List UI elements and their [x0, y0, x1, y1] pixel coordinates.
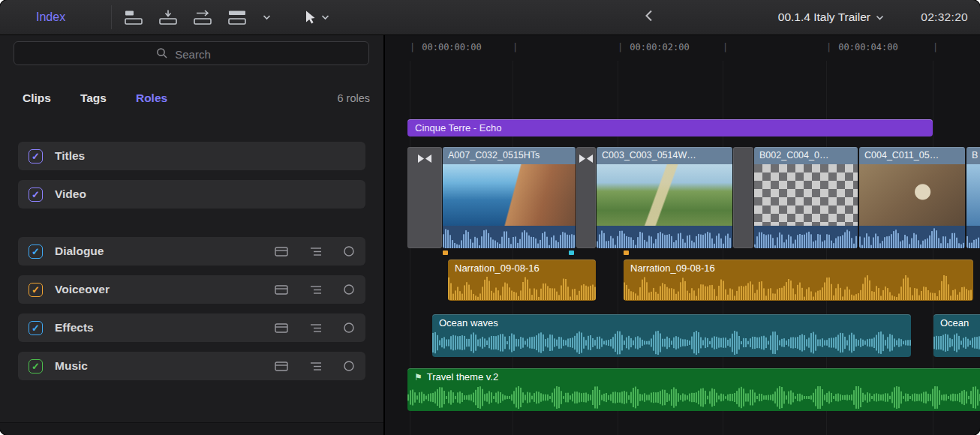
video-clip[interactable]: B	[966, 147, 980, 248]
audio-clip-narration[interactable]: Narration_09-08-16	[448, 260, 596, 301]
timecode-display: 02:32:20	[921, 10, 968, 24]
checkmark-icon: ✓	[32, 189, 40, 199]
role-row-dialogue[interactable]: ✓ Dialogue	[18, 237, 365, 266]
audio-clip-name: Ocean waves	[432, 314, 911, 328]
tab-clips[interactable]: Clips	[23, 92, 51, 105]
minimize-lane-icon[interactable]	[275, 284, 289, 296]
minimize-lane-icon[interactable]	[275, 246, 289, 257]
role-label: Video	[55, 188, 86, 201]
roles-group-gap	[18, 218, 365, 237]
role-label: Effects	[55, 321, 94, 334]
minimize-lane-icon[interactable]	[275, 361, 289, 372]
video-thumbnail	[443, 164, 576, 226]
transition-clip[interactable]	[733, 147, 753, 248]
video-clip[interactable]: B002_C004_0…	[754, 147, 858, 248]
role-checkbox[interactable]: ✓	[29, 359, 43, 374]
tool-picker[interactable]	[305, 10, 329, 25]
timeline: |00:00:00:00 | |00:00:02:00 | |00:00:04:…	[385, 35, 980, 435]
focus-circle-icon[interactable]	[343, 245, 355, 257]
audio-waveform	[933, 331, 980, 355]
append-edit-icon[interactable]	[194, 10, 212, 26]
show-subroles-icon[interactable]	[309, 246, 323, 257]
role-row-effects[interactable]: ✓ Effects	[18, 314, 365, 342]
audio-clip-name: Narration_09-08-16	[624, 260, 973, 274]
minimize-lane-icon[interactable]	[275, 322, 289, 334]
arrow-cursor-icon	[305, 10, 316, 25]
project-title: 00.1.4 Italy Trailer	[778, 10, 870, 24]
role-label: Titles	[55, 149, 85, 163]
focus-circle-icon[interactable]	[343, 322, 355, 334]
search-input[interactable]	[14, 42, 371, 66]
role-checkbox[interactable]: ✓	[29, 149, 43, 164]
show-subroles-icon[interactable]	[309, 284, 323, 296]
show-subroles-icon[interactable]	[309, 322, 323, 334]
video-thumbnail	[966, 164, 980, 226]
focus-circle-icon[interactable]	[343, 284, 355, 296]
checkmark-icon: ✓	[32, 284, 40, 294]
role-checkbox[interactable]: ✓	[29, 244, 43, 259]
transition-icon	[579, 154, 594, 164]
video-clip-name: C004_C011_05…	[859, 147, 965, 164]
back-chevron-button[interactable]	[645, 10, 653, 25]
insert-edit-icon[interactable]	[159, 10, 178, 26]
clip-audio-waveform	[754, 226, 858, 248]
audio-clip-ocean[interactable]: Ocean waves	[432, 314, 911, 357]
clip-audio-waveform	[597, 226, 732, 248]
video-clip[interactable]: C003_C003_0514W…	[597, 147, 732, 248]
chevron-down-icon	[321, 15, 329, 20]
title-clip[interactable]: Cinque Terre - Echo	[407, 119, 933, 136]
roles-count: 6 roles	[337, 92, 370, 104]
focus-circle-icon[interactable]	[343, 360, 355, 372]
transition-clip[interactable]	[407, 147, 442, 248]
video-thumbnail	[859, 164, 965, 226]
role-checkbox[interactable]: ✓	[29, 321, 43, 335]
connect-edit-icon[interactable]	[125, 10, 143, 26]
transition-clip[interactable]	[576, 147, 596, 248]
range-marker[interactable]	[443, 250, 448, 255]
role-row-video[interactable]: ✓ Video	[18, 180, 365, 208]
project-title-menu[interactable]: 00.1.4 Italy Trailer	[778, 10, 884, 24]
title-clip-label: Cinque Terre - Echo	[415, 122, 501, 134]
role-label: Voiceover	[55, 283, 110, 296]
role-checkbox[interactable]: ✓	[29, 283, 43, 297]
tab-tags[interactable]: Tags	[80, 92, 107, 105]
audio-clip-name: Ocean	[933, 314, 980, 328]
audio-clip-name: Narration_09-08-16	[448, 260, 596, 274]
video-clip-name: B002_C004_0…	[754, 147, 858, 164]
range-marker[interactable]	[624, 250, 629, 255]
role-label: Music	[55, 359, 88, 373]
video-clip-name: C003_C003_0514W…	[597, 147, 732, 164]
range-marker[interactable]	[569, 250, 574, 255]
index-toggle-button[interactable]: Index	[36, 10, 65, 24]
checkmark-icon: ✓	[32, 246, 40, 256]
audio-clip-music[interactable]: ⚑ Travel theme v.2	[407, 368, 980, 411]
clip-audio-waveform	[966, 226, 980, 248]
ruler-label: 00:00:04:00	[838, 42, 897, 52]
ruler-tick: |	[513, 42, 518, 52]
video-clip[interactable]: A007_C032_0515HTs	[443, 147, 576, 248]
role-checkbox[interactable]: ✓	[29, 188, 43, 202]
search-field[interactable]	[14, 41, 369, 65]
chevron-left-icon	[645, 10, 653, 22]
overwrite-edit-icon[interactable]	[228, 10, 247, 26]
checkmark-icon: ✓	[32, 322, 40, 332]
timecode-ruler[interactable]: |00:00:00:00 | |00:00:02:00 | |00:00:04:…	[385, 35, 980, 61]
video-clip[interactable]: C004_C011_05…	[859, 147, 965, 248]
checkmark-icon: ✓	[32, 361, 40, 370]
clip-audio-waveform	[859, 226, 965, 248]
role-row-music[interactable]: ✓ Music	[18, 352, 365, 380]
video-thumbnail	[754, 164, 858, 226]
tab-roles[interactable]: Roles	[136, 92, 167, 105]
role-row-voiceover[interactable]: ✓ Voiceover	[18, 275, 365, 304]
chevron-down-icon	[876, 15, 884, 20]
audio-clip-narration[interactable]: Narration_09-08-16	[624, 260, 973, 301]
video-thumbnail	[597, 164, 732, 226]
toolbar: Index	[0, 0, 980, 35]
chevron-down-icon[interactable]	[263, 15, 271, 20]
timeline-index-panel: Clips Tags Roles 6 roles ✓ Titles ✓ Vide…	[0, 35, 385, 435]
show-subroles-icon[interactable]	[309, 361, 323, 372]
audio-waveform	[407, 386, 980, 409]
video-clip-name: B	[966, 147, 980, 164]
role-row-titles[interactable]: ✓ Titles	[18, 142, 365, 170]
audio-clip-ocean[interactable]: Ocean	[933, 314, 980, 357]
